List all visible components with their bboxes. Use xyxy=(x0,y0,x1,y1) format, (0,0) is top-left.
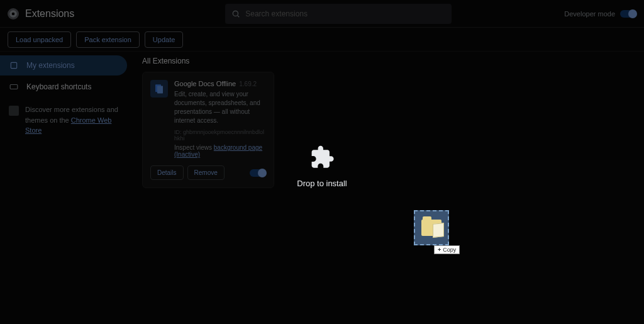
header-left: Extensions xyxy=(8,8,74,20)
developer-mode-label: Developer mode xyxy=(564,10,615,18)
drag-ghost-folder xyxy=(414,210,449,245)
sidebar-item-label: Keyboard shortcuts xyxy=(26,82,91,91)
extension-name: Google Docs Offline xyxy=(174,80,236,87)
sidebar-discover: Discover more extensions and themes on t… xyxy=(0,98,127,136)
chrome-icon xyxy=(8,8,19,20)
sidebar-item-keyboard-shortcuts[interactable]: Keyboard shortcuts xyxy=(0,77,127,97)
header-right: Developer mode xyxy=(564,10,636,18)
svg-point-1 xyxy=(12,12,15,15)
sidebar-item-my-extensions[interactable]: My extensions xyxy=(0,55,127,75)
extension-version: 1.69.2 xyxy=(239,81,257,87)
sidebar: My extensions Keyboard shortcuts Discove… xyxy=(0,52,132,324)
pack-extension-button[interactable]: Pack extension xyxy=(76,31,140,48)
load-unpacked-button[interactable]: Load unpacked xyxy=(8,31,71,48)
toolbar: Load unpacked Pack extension Update xyxy=(0,28,644,52)
page-title: Extensions xyxy=(25,8,74,20)
section-title: All Extensions xyxy=(142,57,634,65)
sidebar-item-label: My extensions xyxy=(26,61,75,70)
extension-icon xyxy=(150,80,168,98)
svg-line-3 xyxy=(238,15,240,17)
svg-rect-9 xyxy=(157,86,163,94)
search-icon xyxy=(231,9,240,18)
update-button[interactable]: Update xyxy=(145,31,183,48)
svg-rect-4 xyxy=(11,62,16,68)
remove-button[interactable]: Remove xyxy=(187,165,225,180)
developer-mode-toggle[interactable] xyxy=(620,10,636,18)
keyboard-icon xyxy=(9,82,19,92)
details-button[interactable]: Details xyxy=(150,165,184,180)
search-input[interactable] xyxy=(245,9,445,18)
extension-id: ID: ghbmnnjooekpmoecnnnilnnbdlolhkhi xyxy=(174,129,266,142)
copy-badge: Copy xyxy=(434,245,460,254)
svg-rect-5 xyxy=(10,85,18,89)
svg-point-2 xyxy=(233,11,238,16)
header: Extensions Developer mode xyxy=(0,0,644,28)
folder-icon xyxy=(421,220,441,236)
extension-card: Google Docs Offline 1.69.2 Edit, create,… xyxy=(142,72,274,188)
main-content: All Extensions Google Docs Offline 1.69.… xyxy=(132,52,644,324)
search-box[interactable] xyxy=(225,4,452,24)
extensions-icon xyxy=(9,60,19,70)
extension-inspect-views: Inspect views background page (Inactive) xyxy=(174,144,266,158)
extension-description: Edit, create, and view your documents, s… xyxy=(174,90,266,125)
extension-enable-toggle[interactable] xyxy=(250,169,266,177)
chrome-web-store-icon xyxy=(9,106,19,116)
